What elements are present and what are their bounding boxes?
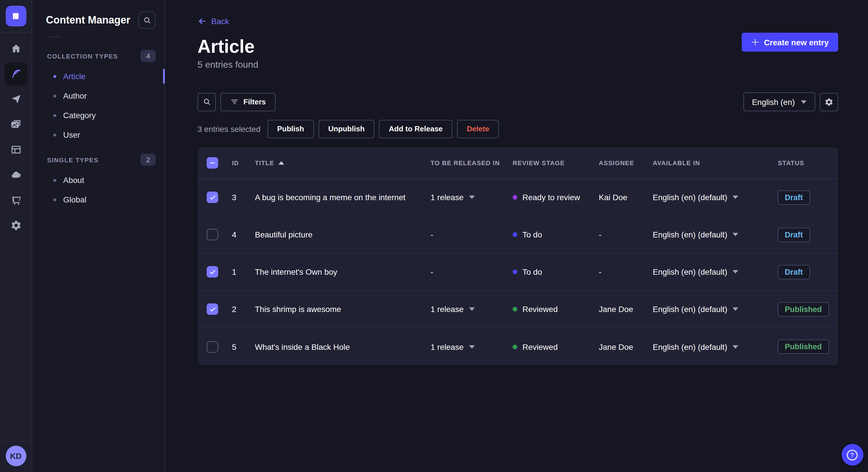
single-types-section: SINGLE TYPES 2 About Global <box>32 149 165 209</box>
row-checkbox[interactable] <box>207 192 218 203</box>
cell-released[interactable]: - <box>431 230 513 239</box>
subnav-search-button[interactable] <box>138 11 156 29</box>
gear-icon[interactable] <box>4 214 27 237</box>
cell-status: Published <box>778 339 829 354</box>
table-row[interactable]: 4 Beautiful picture - To do - English (e… <box>197 216 838 254</box>
subnav-item-global[interactable]: Global <box>32 190 165 209</box>
stage-dot <box>513 270 517 274</box>
status-badge: Draft <box>778 190 810 204</box>
delete-button[interactable]: Delete <box>457 120 499 138</box>
chevron-down-icon <box>801 100 806 103</box>
entries-table: ID TITLE TO BE RELEASED IN REVIEW STAGE … <box>197 147 838 365</box>
rail-footer: KD <box>0 441 32 472</box>
table-search-button[interactable] <box>197 93 216 111</box>
cell-id: 2 <box>232 305 255 314</box>
subnav-item-label: Author <box>63 91 87 100</box>
filters-button[interactable]: Filters <box>220 93 276 111</box>
table-row[interactable]: 1 The internet's Own boy - To do - Engli… <box>197 254 838 291</box>
column-header-assignee[interactable]: ASSIGNEE <box>599 160 653 166</box>
avatar[interactable]: KD <box>5 446 26 466</box>
bullet-icon <box>53 179 56 181</box>
section-count-badge: 2 <box>141 154 156 166</box>
column-header-status[interactable]: STATUS <box>778 160 829 166</box>
unpublish-button[interactable]: Unpublish <box>318 120 374 138</box>
cloud-icon[interactable] <box>4 164 27 187</box>
bullet-icon <box>53 133 56 136</box>
cell-available-in[interactable]: English (en) (default) <box>653 193 778 202</box>
subnav-item-category[interactable]: Category <box>32 105 165 125</box>
section-label: COLLECTION TYPES <box>47 53 118 59</box>
subnav-item-article[interactable]: Article <box>32 67 165 86</box>
row-checkbox[interactable] <box>207 341 218 352</box>
gear-icon <box>824 97 833 106</box>
cell-available-in[interactable]: English (en) (default) <box>653 230 778 239</box>
cell-id: 5 <box>232 342 255 351</box>
table-row[interactable]: 5 What's inside a Black Hole 1 release R… <box>197 328 838 365</box>
cell-released[interactable]: 1 release <box>431 193 513 202</box>
sort-ascending-icon <box>278 161 284 165</box>
cell-assignee: - <box>599 267 653 276</box>
table-header-row: ID TITLE TO BE RELEASED IN REVIEW STAGE … <box>197 147 838 179</box>
cell-available-in[interactable]: English (en) (default) <box>653 305 778 314</box>
row-checkbox[interactable] <box>207 266 218 278</box>
locale-caret-icon <box>733 270 738 274</box>
bullet-icon <box>53 198 56 201</box>
content-type-builder-icon[interactable] <box>4 138 27 161</box>
collection-types-section: COLLECTION TYPES 4 Article Author Catego… <box>32 45 165 144</box>
subnav-item-user[interactable]: User <box>32 125 165 144</box>
cell-released[interactable]: - <box>431 267 513 276</box>
cell-review-stage: Reviewed <box>513 342 599 351</box>
subnav-item-author[interactable]: Author <box>32 86 165 105</box>
cell-status: Draft <box>778 227 829 242</box>
cell-released[interactable]: 1 release <box>431 342 513 351</box>
cell-review-stage: Reviewed <box>513 305 599 314</box>
entries-count: 5 entries found <box>197 59 838 71</box>
publish-button[interactable]: Publish <box>267 120 314 138</box>
select-all-checkbox[interactable] <box>207 157 218 169</box>
stage-dot <box>513 232 517 237</box>
add-to-release-button[interactable]: Add to Release <box>379 120 453 138</box>
search-icon <box>203 98 211 106</box>
list-toolbar: Filters English (en) <box>197 92 838 111</box>
cell-released[interactable]: 1 release <box>431 305 513 314</box>
subnav-item-about[interactable]: About <box>32 170 165 190</box>
cell-available-in[interactable]: English (en) (default) <box>653 342 778 351</box>
column-header-released[interactable]: TO BE RELEASED IN <box>431 160 513 166</box>
active-indicator <box>163 69 165 84</box>
cell-assignee: Jane Doe <box>599 342 653 351</box>
strapi-logo-icon[interactable] <box>5 6 26 26</box>
selection-count: 3 entries selected <box>197 124 260 133</box>
filter-icon <box>230 98 239 106</box>
locale-select[interactable]: English (en) <box>743 92 815 111</box>
column-header-title[interactable]: TITLE <box>255 160 431 166</box>
cart-icon[interactable] <box>4 189 27 212</box>
bulk-actions-bar: 3 entries selected Publish Unpublish Add… <box>197 119 838 138</box>
cell-available-in[interactable]: English (en) (default) <box>653 267 778 276</box>
paper-plane-icon[interactable] <box>4 88 27 111</box>
column-header-available-in[interactable]: AVAILABLE IN <box>653 160 778 166</box>
locale-caret-icon <box>733 307 738 311</box>
row-checkbox[interactable] <box>207 229 218 240</box>
column-header-review-stage[interactable]: REVIEW STAGE <box>513 160 599 166</box>
table-row[interactable]: 3 A bug is becoming a meme on the intern… <box>197 179 838 216</box>
view-settings-button[interactable] <box>819 93 838 111</box>
app-root: KD Content Manager COLLECTION TYPES 4 Ar… <box>0 0 868 472</box>
row-checkbox[interactable] <box>207 303 218 315</box>
table-row[interactable]: 2 This shrimp is awesome 1 release Revie… <box>197 291 838 328</box>
stage-dot <box>513 195 517 200</box>
section-label: SINGLE TYPES <box>47 156 98 163</box>
status-badge: Draft <box>778 265 810 279</box>
feather-icon[interactable] <box>4 63 27 86</box>
column-header-id[interactable]: ID <box>232 160 255 166</box>
back-link[interactable]: Back <box>197 15 229 27</box>
stage-dot <box>513 344 517 349</box>
cell-title: The internet's Own boy <box>255 267 431 276</box>
cell-assignee: - <box>599 230 653 239</box>
media-library-icon[interactable] <box>4 113 27 136</box>
rail-icon-list <box>4 37 27 441</box>
home-icon[interactable] <box>4 37 27 60</box>
help-button[interactable]: ? <box>841 444 863 466</box>
subnav-item-label: User <box>63 130 80 139</box>
locale-caret-icon <box>733 196 738 199</box>
create-new-entry-button[interactable]: Create new entry <box>741 33 838 52</box>
